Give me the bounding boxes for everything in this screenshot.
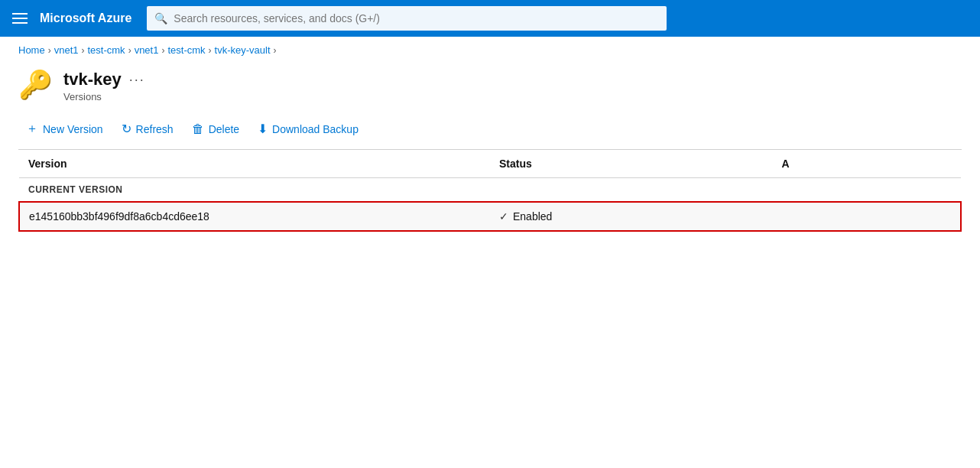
column-version: Version [19, 150, 490, 178]
brand-name: Microsoft Azure [40, 11, 131, 25]
breadcrumb-tvk-key-vault[interactable]: tvk-key-vault [215, 44, 271, 56]
versions-table: Version Status A CURRENT VERSION e145160… [18, 150, 962, 232]
page-header: 🔑 tvk-key ··· Versions [0, 63, 980, 112]
table-container: Version Status A CURRENT VERSION e145160… [0, 150, 980, 232]
refresh-button[interactable]: ↻ Refresh [114, 117, 181, 141]
table-row[interactable]: e145160bb3bf496f9df8a6cb4cd6ee18 ✓ Enabl… [19, 202, 961, 231]
status-cell: ✓ Enabled [490, 202, 773, 231]
search-input[interactable] [174, 12, 659, 24]
breadcrumb-vnet1-1[interactable]: vnet1 [54, 44, 79, 56]
breadcrumb-sep-3: › [128, 45, 131, 56]
plus-icon: ＋ [26, 121, 38, 137]
breadcrumb-vnet1-2[interactable]: vnet1 [135, 44, 159, 56]
breadcrumb-home[interactable]: Home [18, 44, 45, 56]
activated-cell [773, 202, 961, 231]
delete-button[interactable]: 🗑 Delete [184, 118, 247, 141]
download-backup-button[interactable]: ⬇ Download Backup [250, 117, 366, 141]
breadcrumb-sep-4: › [161, 45, 164, 56]
refresh-icon: ↻ [122, 122, 131, 136]
delete-label: Delete [209, 123, 239, 135]
breadcrumb-sep-6: › [274, 45, 277, 56]
more-options-button[interactable]: ··· [129, 72, 145, 88]
topbar: Microsoft Azure 🔍 [0, 0, 980, 37]
page-title: tvk-key [63, 70, 122, 89]
column-status: Status [490, 150, 773, 178]
section-row: CURRENT VERSION [19, 178, 961, 203]
status-enabled: ✓ Enabled [499, 210, 764, 223]
version-cell: e145160bb3bf496f9df8a6cb4cd6ee18 [19, 202, 490, 231]
table-body: CURRENT VERSION e145160bb3bf496f9df8a6cb… [19, 178, 961, 232]
toolbar: ＋ New Version ↻ Refresh 🗑 Delete ⬇ Downl… [0, 112, 980, 149]
checkmark-icon: ✓ [499, 210, 508, 223]
status-text: Enabled [513, 210, 552, 223]
breadcrumb-test-cmk-2[interactable]: test-cmk [167, 44, 205, 56]
table-header: Version Status A [19, 150, 961, 178]
refresh-label: Refresh [136, 123, 174, 135]
key-icon: 🔑 [18, 71, 53, 99]
new-version-button[interactable]: ＋ New Version [18, 116, 111, 141]
new-version-label: New Version [43, 123, 103, 135]
page-title-row: tvk-key ··· [63, 70, 145, 89]
download-backup-label: Download Backup [272, 123, 359, 135]
table-header-row: Version Status A [19, 150, 961, 178]
breadcrumb: Home › vnet1 › test-cmk › vnet1 › test-c… [0, 37, 980, 63]
page-subtitle: Versions [63, 91, 145, 102]
breadcrumb-sep-1: › [48, 45, 51, 56]
current-version-label: CURRENT VERSION [19, 178, 961, 203]
search-icon: 🔍 [154, 12, 167, 24]
column-activated: A [773, 150, 961, 178]
breadcrumb-sep-5: › [209, 45, 212, 56]
hamburger-button[interactable] [9, 10, 31, 27]
page-title-block: tvk-key ··· Versions [63, 70, 145, 102]
search-bar[interactable]: 🔍 [147, 6, 667, 31]
breadcrumb-sep-2: › [82, 45, 85, 56]
breadcrumb-test-cmk-1[interactable]: test-cmk [88, 44, 125, 56]
download-icon: ⬇ [258, 122, 268, 136]
trash-icon: 🗑 [192, 122, 204, 136]
